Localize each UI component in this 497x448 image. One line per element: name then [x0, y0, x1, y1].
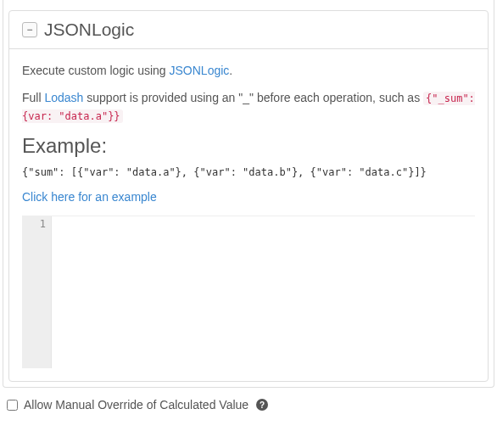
lodash-mid: support is provided using an "_" before …	[83, 91, 423, 104]
allow-override-label: Allow Manual Override of Calculated Valu…	[24, 398, 248, 412]
panel-title: JSONLogic	[44, 20, 134, 40]
example-heading: Example:	[22, 134, 475, 158]
code-editor[interactable]: 1	[22, 216, 475, 368]
intro-text: Execute custom logic using JSONLogic.	[22, 62, 475, 79]
allow-override-checkbox[interactable]	[7, 400, 18, 411]
jsonlogic-link[interactable]: JSONLogic	[170, 64, 230, 77]
settings-container: − JSONLogic Execute custom logic using J…	[3, 0, 494, 388]
help-icon[interactable]: ?	[256, 399, 268, 411]
panel-header: − JSONLogic	[9, 11, 488, 49]
line-number: 1	[22, 218, 46, 230]
panel-body: Execute custom logic using JSONLogic. Fu…	[9, 49, 488, 381]
intro-suffix: .	[229, 64, 232, 77]
jsonlogic-panel: − JSONLogic Execute custom logic using J…	[8, 10, 489, 382]
intro-prefix: Execute custom logic using	[22, 64, 170, 77]
editor-textarea[interactable]	[51, 216, 475, 368]
lodash-text: Full Lodash support is provided using an…	[22, 89, 475, 124]
example-code: {"sum": [{"var": "data.a"}, {"var": "dat…	[22, 166, 475, 178]
editor-gutter: 1	[22, 216, 51, 368]
example-link[interactable]: Click here for an example	[22, 190, 157, 204]
lodash-prefix: Full	[22, 91, 44, 104]
lodash-link[interactable]: Lodash	[44, 91, 83, 104]
collapse-toggle-icon[interactable]: −	[22, 22, 37, 37]
override-row: Allow Manual Override of Calculated Valu…	[0, 388, 497, 415]
